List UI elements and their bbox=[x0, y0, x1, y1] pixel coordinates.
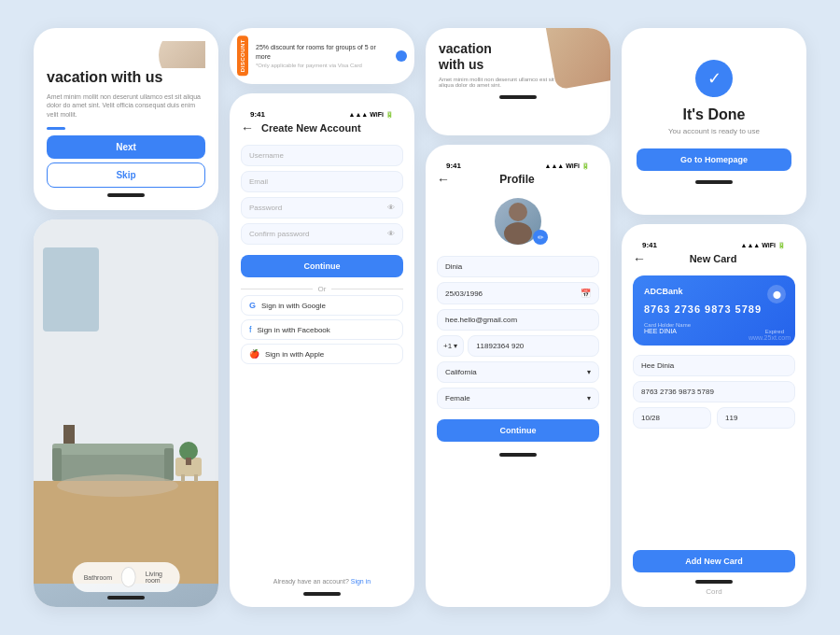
svg-point-16 bbox=[504, 222, 532, 245]
email-input[interactable]: hee.hello@gmail.com bbox=[437, 309, 599, 331]
svg-rect-2 bbox=[43, 247, 99, 332]
credit-card-visual: ⬤ ADCBank 8763 2736 9873 5789 Card Holde… bbox=[633, 275, 795, 346]
expiry-input[interactable]: 10/28 bbox=[633, 407, 711, 429]
status-bar-4: 9:41 ▲▲▲ WiFi 🔋 bbox=[633, 235, 795, 251]
apple-signin-button[interactable]: 🍎 Sign in with Apple bbox=[241, 344, 403, 364]
divider-line-left bbox=[241, 289, 313, 289]
username-field[interactable]: Username bbox=[241, 145, 403, 166]
back-button[interactable]: ← bbox=[241, 120, 254, 135]
vacation-title: vacation with us bbox=[47, 68, 205, 86]
home-indicator-5 bbox=[499, 453, 537, 457]
avatar-wrapper: ✏ bbox=[437, 198, 599, 245]
signal-icon-4: ▲▲▲ bbox=[740, 242, 760, 248]
name-input[interactable]: Dinia bbox=[437, 256, 599, 277]
google-signin-button[interactable]: G Sign in with Google bbox=[241, 295, 403, 316]
cardholder-value: HEE DINIA bbox=[644, 328, 691, 334]
dob-value: 25/03/1996 bbox=[445, 289, 483, 298]
add-card-button[interactable]: Add New Card bbox=[633, 550, 795, 572]
profile-back-button[interactable]: ← bbox=[437, 172, 450, 187]
gender-select[interactable]: Female ▾ bbox=[437, 388, 599, 409]
home-indicator-7 bbox=[695, 580, 733, 584]
password-field[interactable]: Password 👁 bbox=[241, 197, 403, 219]
skip-button[interactable]: Skip bbox=[47, 162, 205, 188]
home-indicator-2 bbox=[107, 596, 145, 600]
confirm-placeholder: Confirm password bbox=[249, 230, 309, 238]
column-3: vacationwith us Amet minim mollit non de… bbox=[426, 28, 610, 607]
home-indicator-6 bbox=[695, 180, 733, 184]
svg-rect-13 bbox=[186, 458, 191, 465]
svg-rect-8 bbox=[164, 448, 174, 481]
svg-rect-6 bbox=[52, 444, 174, 455]
room-scene bbox=[34, 219, 218, 584]
column-4: ✓ It's Done You account is ready to use … bbox=[622, 28, 806, 607]
gender-value: Female bbox=[445, 394, 470, 402]
signin-link[interactable]: Sign in bbox=[351, 578, 371, 585]
email-field[interactable]: Email bbox=[241, 171, 403, 192]
discount-fine-print: *Only applicable for payment via Visa Ca… bbox=[256, 62, 388, 69]
signup-header: ← Create New Account bbox=[241, 120, 403, 135]
or-text: Or bbox=[318, 285, 327, 293]
signup-footer: Already have an account? Sign in bbox=[241, 578, 403, 585]
google-label: Sign in with Google bbox=[261, 302, 326, 310]
vacation-top-card: vacationwith us Amet minim mollit non de… bbox=[426, 28, 610, 135]
homepage-button[interactable]: Go to Homepage bbox=[637, 148, 791, 171]
avatar-edit-button[interactable]: ✏ bbox=[533, 230, 548, 245]
cardholder-name-value: Hee Dinia bbox=[641, 361, 674, 370]
discount-badge: DISCOUNT bbox=[237, 35, 248, 76]
battery-icon: 🔋 bbox=[385, 111, 394, 119]
room-nav-left: Bathroom bbox=[84, 574, 112, 581]
room-background: Bathroom Living room bbox=[34, 219, 218, 607]
home-indicator-4 bbox=[499, 95, 537, 99]
eye-icon-2: 👁 bbox=[387, 230, 395, 238]
dob-input[interactable]: 25/03/1996 📅 bbox=[437, 282, 599, 304]
bank-name: ADCBank bbox=[644, 287, 784, 296]
divider-line-right bbox=[331, 289, 403, 289]
expiry-input-value: 10/28 bbox=[641, 414, 660, 422]
phone-number[interactable]: 11892364 920 bbox=[468, 335, 599, 357]
facebook-icon: f bbox=[249, 325, 252, 334]
signup-title: Create New Account bbox=[261, 122, 361, 134]
name-value: Dinia bbox=[445, 262, 462, 271]
confirm-password-field[interactable]: Confirm password 👁 bbox=[241, 223, 403, 245]
discount-text: 25% discount for rooms for groups of 5 o… bbox=[256, 43, 388, 62]
eye-icon: 👁 bbox=[387, 204, 395, 212]
card-logo-icon: ⬤ bbox=[767, 285, 786, 303]
svg-rect-11 bbox=[194, 474, 198, 482]
cvv-input[interactable]: 119 bbox=[717, 407, 795, 429]
cardholder-name-input[interactable]: Hee Dinia bbox=[633, 355, 795, 376]
phone-code-value: +1 bbox=[443, 342, 452, 350]
email-value: hee.hello@gmail.com bbox=[445, 316, 517, 324]
facebook-signin-button[interactable]: f Sign in with Facebook bbox=[241, 319, 403, 340]
signal-icon: ▲▲▲ bbox=[348, 111, 368, 118]
done-card: ✓ It's Done You account is ready to use … bbox=[622, 28, 806, 215]
done-subtitle: You account is ready to use bbox=[668, 127, 760, 135]
card-footer: Card Holder Name HEE DINIA Expired bbox=[644, 322, 784, 334]
battery-icon-3: 🔋 bbox=[581, 162, 590, 170]
cvv-input-value: 119 bbox=[725, 414, 737, 422]
profile-continue-button[interactable]: Continue bbox=[437, 419, 599, 442]
signal-icon-3: ▲▲▲ bbox=[544, 162, 564, 169]
next-button[interactable]: Next bbox=[47, 135, 205, 159]
phone-code[interactable]: +1 ▾ bbox=[437, 335, 464, 357]
phone-code-chevron: ▾ bbox=[454, 342, 457, 350]
continue-button[interactable]: Continue bbox=[241, 255, 403, 277]
newcard-back-button[interactable]: ← bbox=[633, 251, 646, 266]
vacation-card: vacation with us Amet minim mollit non d… bbox=[34, 28, 218, 210]
room-nav-right: Living room bbox=[146, 571, 169, 584]
google-icon: G bbox=[249, 301, 256, 310]
status-bar-3: 9:41 ▲▲▲ WiFi 🔋 bbox=[437, 156, 599, 172]
room-card: Bathroom Living room bbox=[34, 219, 218, 607]
phone-num-value: 11892364 920 bbox=[476, 342, 524, 350]
home-indicator-3 bbox=[303, 592, 341, 596]
or-divider: Or bbox=[241, 285, 403, 293]
room-navigation[interactable]: Bathroom Living room bbox=[73, 562, 180, 592]
wifi-icon-3: WiFi bbox=[566, 162, 580, 169]
svg-rect-7 bbox=[52, 448, 62, 481]
room-nav-dot[interactable] bbox=[121, 567, 136, 587]
chevron-down-icon-2: ▾ bbox=[587, 394, 591, 402]
time-display-4: 9:41 bbox=[642, 241, 657, 249]
battery-icon-4: 🔋 bbox=[777, 242, 786, 249]
card-number-input[interactable]: 8763 2736 9873 5789 bbox=[633, 381, 795, 402]
discount-card: DISCOUNT 25% discount for rooms for grou… bbox=[230, 28, 414, 84]
state-select[interactable]: California ▾ bbox=[437, 361, 599, 383]
